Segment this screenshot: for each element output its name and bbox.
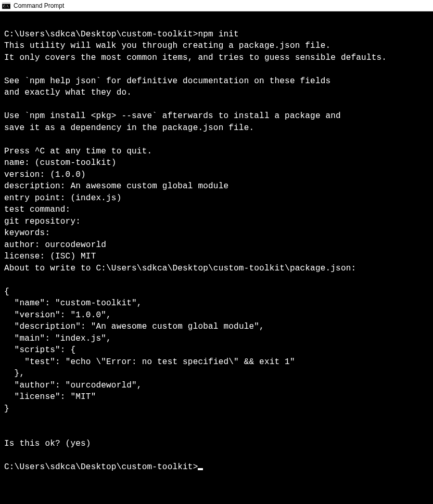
terminal-line: git repository: [4, 217, 81, 226]
terminal-line: It only covers the most common items, an… [4, 53, 387, 62]
terminal-line: description: An awesome custom global mo… [4, 182, 228, 191]
terminal-line: save it as a dependency in the package.j… [4, 123, 254, 133]
terminal-line: C:\Users\sdkca\Desktop\custom-toolkit>np… [4, 30, 239, 39]
terminal-line: "version": "1.0.0", [4, 311, 111, 320]
terminal-line: Use `npm install <pkg> --save` afterward… [4, 111, 341, 121]
window-title: Command Prompt [14, 2, 64, 9]
terminal-line: See `npm help json` for definitive docum… [4, 76, 330, 86]
terminal-line: "license": "MIT" [4, 392, 96, 402]
terminal-line: and exactly what they do. [4, 88, 132, 97]
terminal-line: "author": "ourcodeworld", [4, 381, 142, 390]
cmd-icon: C:\ [2, 2, 10, 10]
terminal-line: entry point: (index.js) [4, 193, 121, 203]
terminal-line: license: (ISC) MIT [4, 252, 96, 261]
terminal-line: { [4, 287, 9, 296]
terminal-line: name: (custom-toolkit) [4, 158, 117, 167]
terminal-line: Is this ok? (yes) [4, 439, 91, 448]
terminal-line: This utility will walk you through creat… [4, 41, 330, 50]
terminal-line: "description": "An awesome custom global… [4, 322, 264, 331]
terminal-line: author: ourcodeworld [4, 240, 106, 250]
terminal-line: Press ^C at any time to quit. [4, 147, 152, 156]
terminal-line: version: (1.0.0) [4, 170, 86, 179]
terminal-line: test command: [4, 205, 70, 214]
terminal-prompt-line: C:\Users\sdkca\Desktop\custom-toolkit> [4, 462, 198, 472]
svg-text:C:\: C:\ [3, 4, 9, 8]
terminal-line: "name": "custom-toolkit", [4, 299, 142, 308]
terminal-line: "main": "index.js", [4, 334, 111, 343]
terminal-line: "test": "echo \"Error: no test specified… [4, 357, 295, 367]
terminal-cursor [198, 468, 203, 470]
terminal-line: } [4, 404, 9, 413]
terminal-line: }, [4, 369, 24, 378]
window-titlebar[interactable]: C:\ Command Prompt [0, 0, 433, 11]
terminal-line: "scripts": { [4, 345, 75, 355]
terminal-line: About to write to C:\Users\sdkca\Desktop… [4, 264, 356, 273]
terminal-line: keywords: [4, 228, 50, 238]
terminal-output[interactable]: C:\Users\sdkca\Desktop\custom-toolkit>np… [0, 11, 433, 477]
